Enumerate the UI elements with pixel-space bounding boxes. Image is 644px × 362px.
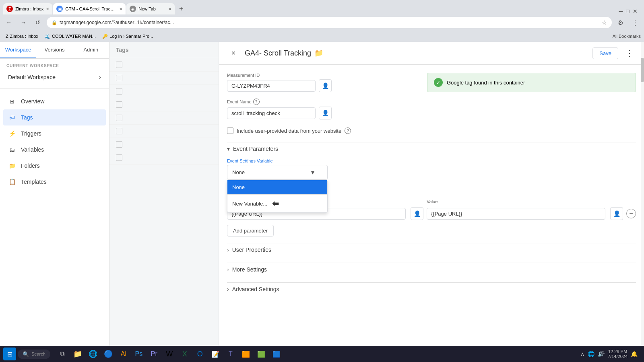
param-name-variable-button[interactable]: 👤 — [411, 207, 423, 220]
more-settings-chevron-icon: › — [227, 266, 229, 273]
browser-tab-newtab[interactable]: ◈ New Tab ✕ — [126, 3, 175, 14]
sidebar-item-overview[interactable]: ⊞ Overview — [3, 93, 106, 109]
taskbar-file-explorer[interactable]: 📁 — [70, 347, 85, 361]
user-properties-header[interactable]: › User Properties — [227, 243, 636, 256]
event-settings-variable-container: Event Settings Variable None ▾ None New … — [227, 158, 636, 180]
extensions-button[interactable]: ⚙ — [615, 17, 626, 28]
taskbar-notepad[interactable]: 📝 — [208, 347, 223, 361]
chrome-menu-button[interactable]: ⋮ — [630, 17, 641, 28]
tab-close-zimbra[interactable]: ✕ — [46, 7, 49, 11]
taskbar-illustrator[interactable]: Ai — [116, 347, 131, 361]
measurement-id-input[interactable] — [227, 80, 316, 92]
tab-title-zimbra: Zimbra : Inbox — [15, 6, 43, 11]
table-row[interactable] — [109, 98, 219, 111]
close-panel-button[interactable]: × — [227, 47, 240, 60]
bookmark-star-icon[interactable]: ☆ — [602, 19, 607, 26]
taskbar-excel[interactable]: X — [178, 347, 192, 361]
taskbar-premiere[interactable]: Pr — [147, 347, 161, 361]
new-tab-button[interactable]: + — [175, 3, 187, 14]
tab-favicon-zimbra: Z — [6, 6, 13, 12]
more-options-button[interactable]: ⋮ — [623, 47, 636, 60]
add-parameter-button[interactable]: Add parameter — [227, 225, 274, 237]
taskbar-photoshop[interactable]: Ps — [132, 347, 146, 361]
event-parameters-header[interactable]: ▾ Event Parameters — [227, 142, 636, 155]
row-checkbox[interactable] — [116, 62, 122, 68]
row-checkbox[interactable] — [116, 154, 122, 161]
table-row[interactable] — [109, 85, 219, 98]
tab-workspace[interactable]: Workspace — [0, 42, 36, 58]
tab-admin[interactable]: Admin — [73, 42, 109, 58]
row-checkbox[interactable] — [116, 88, 122, 95]
row-checkbox[interactable] — [116, 101, 122, 108]
sidebar-item-templates[interactable]: 📋 Templates — [3, 174, 106, 190]
systray-up-icon[interactable]: ∧ — [580, 351, 584, 357]
taskbar-outlook[interactable]: O — [193, 347, 207, 361]
event-settings-dropdown[interactable]: None ▾ — [227, 165, 328, 180]
event-name-variable-button[interactable]: 👤 — [319, 107, 332, 119]
close-button[interactable]: ✕ — [633, 8, 638, 14]
reload-button[interactable]: ↺ — [32, 17, 43, 28]
param-value-input[interactable] — [427, 208, 605, 220]
bookmark-coolwater[interactable]: 🌊 COOL WATER MAN... — [42, 33, 98, 40]
taskbar-edge[interactable]: 🌐 — [86, 347, 100, 361]
event-name-section: Event Name ? 👤 — [227, 99, 636, 119]
workspace-selector[interactable]: Default Workspace › — [3, 70, 106, 84]
table-row[interactable] — [109, 125, 219, 138]
remove-param-button[interactable]: − — [626, 209, 636, 218]
table-row[interactable] — [109, 151, 219, 165]
bookmark-sanmar[interactable]: 🔑 Log In › Sanmar Pro... — [100, 33, 155, 40]
taskbar-app3[interactable]: 🟦 — [269, 347, 284, 361]
event-name-help-icon[interactable]: ? — [253, 99, 260, 105]
row-checkbox[interactable] — [116, 75, 122, 81]
row-checkbox[interactable] — [116, 141, 122, 148]
tab-close-new[interactable]: ✕ — [168, 7, 171, 11]
start-button[interactable]: ⊞ — [3, 348, 16, 360]
param-value-variable-button[interactable]: 👤 — [610, 207, 623, 220]
include-user-data-help-icon[interactable]: ? — [345, 128, 351, 134]
bookmark-zimbra[interactable]: Z Zimbra : Inbox — [3, 33, 41, 39]
sidebar-item-triggers[interactable]: ⚡ Triggers — [3, 125, 106, 142]
include-user-data-checkbox[interactable] — [227, 128, 233, 134]
all-bookmarks-link[interactable]: All Bookmarks — [613, 34, 641, 39]
taskbar-app1[interactable]: 🟧 — [239, 347, 253, 361]
row-checkbox[interactable] — [116, 115, 122, 121]
sidebar-item-variables[interactable]: 🗂 Variables — [3, 142, 106, 158]
table-row[interactable] — [109, 138, 219, 151]
back-button[interactable]: ← — [3, 17, 14, 28]
scrollbar-thumb[interactable] — [641, 58, 644, 82]
tab-close-gtm[interactable]: ✕ — [119, 7, 122, 11]
maximize-button[interactable]: □ — [626, 8, 630, 14]
table-row[interactable] — [109, 72, 219, 85]
event-name-input[interactable] — [227, 107, 316, 119]
systray-volume-icon[interactable]: 🔊 — [598, 351, 605, 357]
dropdown-option-new-variable[interactable]: New Variable... ⬅ — [227, 195, 327, 212]
taskbar-teams[interactable]: T — [223, 347, 238, 361]
browser-tab-gtm[interactable]: ▣ GTM - GA4-Scroll Tracking ✕ — [53, 3, 126, 14]
minimize-button[interactable]: ─ — [619, 8, 623, 14]
row-checkbox[interactable] — [116, 128, 122, 134]
taskbar-task-view[interactable]: ⧉ — [55, 347, 70, 361]
scrollbar-track[interactable] — [641, 42, 644, 362]
address-bar[interactable]: 🔒 tagmanager.google.com/?authuser=1#/con… — [47, 17, 612, 28]
browser-tab-zimbra[interactable]: Z Zimbra : Inbox ✕ — [3, 3, 52, 14]
advanced-settings-header[interactable]: › Advanced Settings — [227, 282, 636, 296]
sidebar-item-folders[interactable]: 📁 Folders — [3, 158, 106, 174]
table-row[interactable] — [109, 111, 219, 125]
sidebar-item-tags[interactable]: 🏷 Tags — [3, 109, 106, 125]
taskbar-search[interactable]: 🔍 Search — [18, 350, 50, 359]
systray-network-icon[interactable]: 🌐 — [588, 351, 594, 357]
forward-button[interactable]: → — [18, 17, 29, 28]
folder-icon[interactable]: 📁 — [314, 49, 323, 58]
dropdown-option-none[interactable]: None — [227, 180, 327, 194]
taskbar-app2[interactable]: 🟩 — [254, 347, 268, 361]
taskbar-word[interactable]: W — [162, 347, 177, 361]
more-settings-header[interactable]: › More Settings — [227, 263, 636, 276]
notification-icon[interactable]: 🔔 — [631, 351, 638, 357]
measurement-id-variable-button[interactable]: 👤 — [319, 79, 332, 92]
systray-time[interactable]: 12:29 PM 7/14/2024 — [608, 349, 627, 359]
event-settings-dropdown-container: None ▾ None New Variable... ⬅ — [227, 165, 636, 180]
table-row[interactable] — [109, 58, 219, 72]
tab-versions[interactable]: Versions — [36, 42, 72, 58]
taskbar-chrome[interactable]: 🔵 — [101, 347, 116, 361]
save-button[interactable]: Save — [592, 47, 618, 59]
